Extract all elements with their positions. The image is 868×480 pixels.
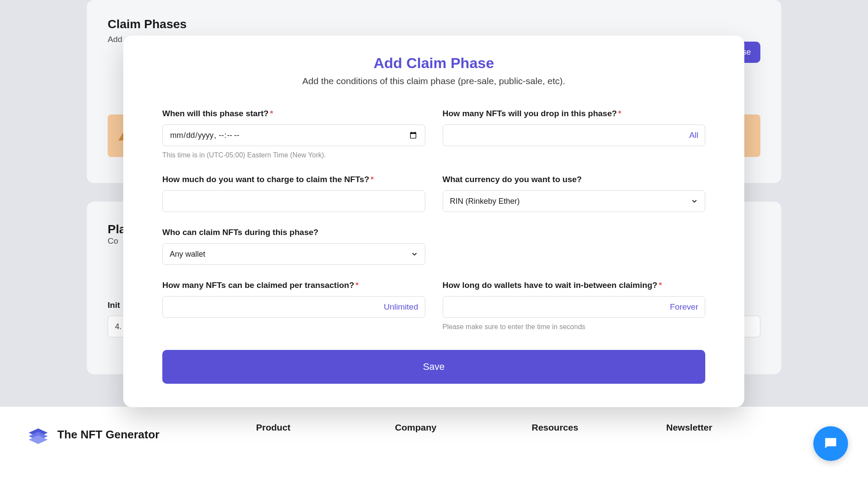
footer-logo-text: The NFT Generator	[57, 428, 159, 441]
modal-subtitle: Add the conditions of this claim phase (…	[162, 76, 705, 86]
chat-button[interactable]	[813, 426, 848, 461]
init-label: Init	[108, 300, 120, 310]
start-label: When will this phase start?*	[162, 109, 425, 118]
wait-help-text: Please make sure to enter the time in se…	[443, 323, 706, 331]
start-input[interactable]	[162, 124, 425, 146]
unlimited-action[interactable]: Unlimited	[384, 302, 418, 312]
all-action[interactable]: All	[689, 131, 698, 140]
required-marker: *	[270, 109, 273, 118]
required-marker: *	[618, 109, 621, 118]
footer-col-product[interactable]: Product	[256, 422, 395, 433]
currency-select[interactable]: RIN (Rinkeby Ether)	[443, 190, 706, 212]
add-claim-phase-modal: Add Claim Phase Add the conditions of th…	[123, 36, 744, 407]
required-marker: *	[371, 175, 374, 184]
footer-col-resources[interactable]: Resources	[532, 422, 666, 433]
footer-logo: The NFT Generator	[26, 422, 256, 447]
footer: The NFT Generator Product Company Resour…	[0, 406, 868, 480]
modal-title: Add Claim Phase	[162, 55, 705, 72]
who-claim-select[interactable]: Any wallet	[162, 243, 425, 265]
footer-col-newsletter[interactable]: Newsletter	[666, 422, 712, 433]
drop-count-label: How many NFTs will you drop in this phas…	[443, 109, 706, 118]
currency-label: What currency do you want to use?	[443, 175, 706, 184]
logo-icon	[26, 422, 50, 447]
per-tx-label: How many NFTs can be claimed per transac…	[162, 281, 425, 290]
save-button[interactable]: Save	[162, 350, 705, 384]
drop-count-input[interactable]	[443, 124, 706, 146]
claim-phases-heading: Claim Phases	[108, 17, 760, 31]
charge-input[interactable]	[162, 190, 425, 212]
start-help-text: This time is in (UTC-05:00) Eastern Time…	[162, 151, 425, 159]
wait-label: How long do wallets have to wait in-betw…	[443, 281, 706, 290]
footer-col-company[interactable]: Company	[395, 422, 532, 433]
chat-icon	[822, 435, 839, 452]
wait-input[interactable]	[443, 296, 706, 318]
forever-action[interactable]: Forever	[670, 302, 698, 312]
required-marker: *	[659, 281, 662, 290]
required-marker: *	[355, 281, 358, 290]
who-claim-label: Who can claim NFTs during this phase?	[162, 228, 425, 237]
charge-label: How much do you want to charge to claim …	[162, 175, 425, 184]
